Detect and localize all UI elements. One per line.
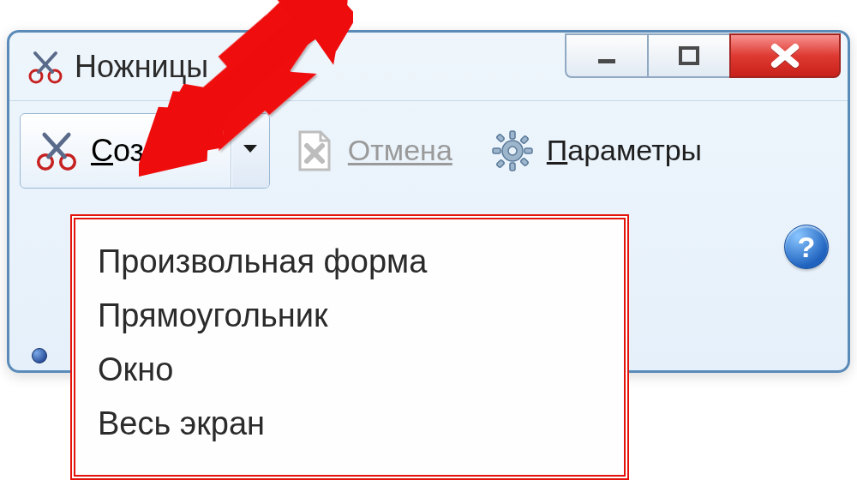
svg-rect-18 bbox=[520, 135, 529, 144]
options-button[interactable]: Параметры bbox=[474, 113, 718, 189]
close-button[interactable] bbox=[729, 33, 841, 78]
create-dropdown-menu: Произвольная форма Прямоугольник Окно Ве… bbox=[70, 214, 629, 480]
svg-point-11 bbox=[508, 147, 517, 155]
help-icon: ? bbox=[798, 231, 816, 264]
titlebar: Ножницы bbox=[9, 33, 848, 101]
maximize-button[interactable] bbox=[647, 33, 729, 78]
bullet-indicator bbox=[32, 348, 47, 363]
options-label: Параметры bbox=[547, 134, 702, 167]
window-controls bbox=[565, 33, 841, 78]
help-button[interactable]: ? bbox=[784, 225, 829, 269]
cancel-label: Отмена bbox=[348, 134, 452, 167]
minimize-button[interactable] bbox=[565, 33, 647, 78]
toolbar: Создать Отмена bbox=[9, 101, 848, 200]
svg-rect-12 bbox=[510, 131, 515, 139]
annotation-arrow-icon bbox=[139, 0, 353, 183]
scissors-icon bbox=[34, 129, 79, 173]
svg-line-2 bbox=[39, 53, 56, 72]
gear-icon bbox=[490, 129, 535, 173]
scissors-icon bbox=[27, 48, 64, 86]
svg-line-3 bbox=[35, 53, 52, 72]
dropdown-item-rectangle[interactable]: Прямоугольник bbox=[98, 289, 602, 343]
dropdown-item-fullscreen[interactable]: Весь экран bbox=[98, 397, 602, 451]
dropdown-item-window[interactable]: Окно bbox=[98, 343, 602, 397]
svg-rect-17 bbox=[520, 158, 529, 166]
svg-rect-5 bbox=[680, 48, 698, 63]
svg-rect-13 bbox=[510, 163, 515, 171]
svg-rect-4 bbox=[598, 59, 615, 63]
dropdown-item-freeform[interactable]: Произвольная форма bbox=[98, 235, 602, 289]
svg-rect-15 bbox=[524, 148, 532, 153]
svg-marker-25 bbox=[139, 0, 353, 183]
svg-rect-16 bbox=[496, 134, 505, 142]
svg-line-8 bbox=[49, 135, 69, 157]
svg-rect-14 bbox=[493, 148, 500, 153]
svg-rect-19 bbox=[496, 159, 505, 168]
svg-line-9 bbox=[45, 135, 65, 157]
